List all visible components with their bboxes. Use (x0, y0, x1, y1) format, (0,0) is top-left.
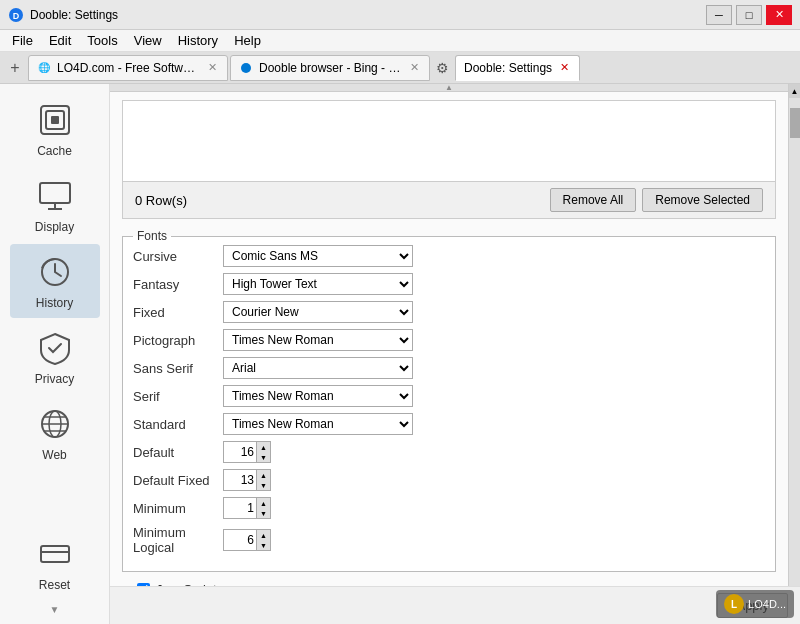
scroll-track[interactable] (789, 98, 800, 610)
spinner-up-1[interactable]: ▲ (256, 470, 270, 480)
tab-settings-label: Dooble: Settings (464, 61, 552, 75)
menu-tools[interactable]: Tools (79, 31, 125, 50)
menu-file[interactable]: File (4, 31, 41, 50)
tab-settings[interactable]: Dooble: Settings ✕ (455, 55, 580, 81)
font-number-row-1: Default Fixed▲▼ (133, 469, 765, 491)
spinner-input-2[interactable] (224, 498, 256, 518)
vertical-scrollbar[interactable]: ▲ ▼ (788, 84, 800, 624)
sidebar-scroll-down: ▼ (0, 602, 109, 616)
svg-rect-5 (51, 116, 59, 124)
watermark-text: LO4D... (748, 598, 786, 610)
history-label: History (36, 296, 73, 310)
reset-label: Reset (39, 578, 70, 592)
web-label: Web (42, 448, 66, 462)
font-label-6: Standard (133, 417, 223, 432)
font-select-3[interactable]: Times New Roman (223, 329, 413, 351)
sidebar-item-privacy[interactable]: Privacy (10, 320, 100, 394)
tab-lo4d-favicon: 🌐 (37, 61, 51, 75)
font-row-3: PictographTimes New Roman (133, 329, 765, 351)
main-layout: Cache Display History (0, 84, 800, 624)
tab-settings-close[interactable]: ✕ (558, 61, 571, 74)
spinner-1[interactable]: ▲▼ (223, 469, 271, 491)
spinner-2[interactable]: ▲▼ (223, 497, 271, 519)
remove-selected-button[interactable]: Remove Selected (642, 188, 763, 212)
remove-all-button[interactable]: Remove All (550, 188, 637, 212)
font-select-1[interactable]: High Tower Text (223, 273, 413, 295)
scroll-up-button[interactable]: ▲ (789, 84, 800, 98)
tab-bing[interactable]: Dooble browser - Bing - Dooble ✕ (230, 55, 430, 81)
spinner-input-1[interactable] (224, 470, 256, 490)
fonts-section: Fonts CursiveComic Sans MSFantasyHigh To… (122, 229, 776, 572)
font-label-1: Fantasy (133, 277, 223, 292)
spinner-3[interactable]: ▲▼ (223, 529, 271, 551)
tab-bar: + 🌐 LO4D.com - Free Software Do... ✕ Doo… (0, 52, 800, 84)
font-label-2: Fixed (133, 305, 223, 320)
sidebar-item-history[interactable]: History (10, 244, 100, 318)
font-label-4: Sans Serif (133, 361, 223, 376)
scroll-top-indicator: ▲ (110, 84, 788, 92)
menu-edit[interactable]: Edit (41, 31, 79, 50)
sidebar-item-display[interactable]: Display (10, 168, 100, 242)
spinner-down-2[interactable]: ▼ (256, 508, 270, 518)
footer-buttons: Remove All Remove Selected (550, 188, 763, 212)
font-rows-container: CursiveComic Sans MSFantasyHigh Tower Te… (133, 245, 765, 435)
font-number-label-2: Minimum (133, 501, 223, 516)
font-row-4: Sans SerifArial (133, 357, 765, 379)
history-icon (35, 252, 75, 292)
spinner-up-0[interactable]: ▲ (256, 442, 270, 452)
sidebar-item-cache[interactable]: Cache (10, 92, 100, 166)
menu-help[interactable]: Help (226, 31, 269, 50)
font-number-label-1: Default Fixed (133, 473, 223, 488)
web-icon (35, 404, 75, 444)
reset-icon (35, 534, 75, 574)
menu-history[interactable]: History (170, 31, 226, 50)
app-icon: D (8, 7, 24, 23)
tab-settings-gear[interactable]: ⚙ (432, 56, 453, 80)
tab-bing-close[interactable]: ✕ (408, 61, 421, 74)
watermark: L LO4D... (716, 590, 794, 618)
sidebar-item-web[interactable]: Web (10, 396, 100, 470)
font-select-5[interactable]: Times New Roman (223, 385, 413, 407)
spinner-input-0[interactable] (224, 442, 256, 462)
menu-view[interactable]: View (126, 31, 170, 50)
cache-label: Cache (37, 144, 72, 158)
tab-bing-label: Dooble browser - Bing - Dooble (259, 61, 402, 75)
font-row-6: StandardTimes New Roman (133, 413, 765, 435)
display-label: Display (35, 220, 74, 234)
sidebar-item-reset[interactable]: Reset (10, 526, 100, 600)
window-title: Dooble: Settings (30, 8, 706, 22)
spinner-down-0[interactable]: ▼ (256, 452, 270, 462)
tab-lo4d-close[interactable]: ✕ (206, 61, 219, 74)
font-select-2[interactable]: Courier New (223, 301, 413, 323)
minimize-button[interactable]: ─ (706, 5, 732, 25)
svg-text:D: D (13, 11, 20, 21)
font-select-6[interactable]: Times New Roman (223, 413, 413, 435)
display-icon (35, 176, 75, 216)
spinner-up-2[interactable]: ▲ (256, 498, 270, 508)
spinner-input-3[interactable] (224, 530, 256, 550)
row-count: 0 Row(s) (135, 193, 187, 208)
svg-rect-15 (41, 546, 69, 562)
spinner-down-1[interactable]: ▼ (256, 480, 270, 490)
font-select-4[interactable]: Arial (223, 357, 413, 379)
font-number-label-0: Default (133, 445, 223, 460)
maximize-button[interactable]: □ (736, 5, 762, 25)
close-button[interactable]: ✕ (766, 5, 792, 25)
svg-rect-6 (40, 183, 70, 203)
sidebar: Cache Display History (0, 84, 110, 624)
spinner-up-3[interactable]: ▲ (256, 530, 270, 540)
privacy-icon (35, 328, 75, 368)
tab-bing-favicon (239, 61, 253, 75)
new-tab-button[interactable]: + (4, 57, 26, 79)
svg-point-2 (241, 63, 251, 73)
font-select-0[interactable]: Comic Sans MS (223, 245, 413, 267)
font-row-1: FantasyHigh Tower Text (133, 273, 765, 295)
scroll-thumb[interactable] (790, 108, 800, 138)
spinner-down-3[interactable]: ▼ (256, 540, 270, 550)
spinner-0[interactable]: ▲▼ (223, 441, 271, 463)
tab-lo4d[interactable]: 🌐 LO4D.com - Free Software Do... ✕ (28, 55, 228, 81)
privacy-label: Privacy (35, 372, 74, 386)
font-label-5: Serif (133, 389, 223, 404)
bottom-bar: Apply (110, 586, 800, 624)
font-number-row-0: Default▲▼ (133, 441, 765, 463)
